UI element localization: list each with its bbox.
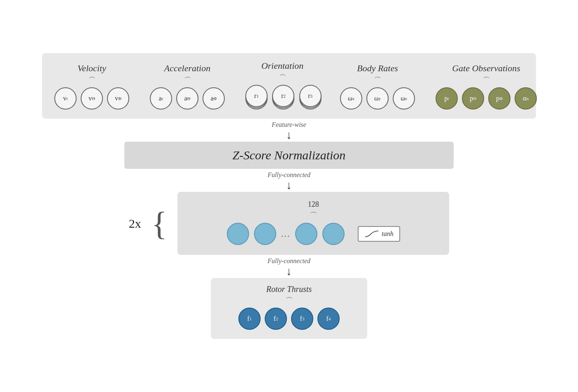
hidden-node-3 [295,223,317,245]
repeat-brace: { [151,207,167,240]
node-omegaz: ωz [393,87,415,110]
feature-group-orientation: Orientation ⏞ r1 r2 [245,61,319,110]
node-omegay: ωy [366,87,389,110]
gateobs-label: Gate Observations [452,63,520,74]
zscore-label: Z-Score Normalization [233,148,346,162]
node-aphi: aΦ [203,87,225,110]
arrow3-down: ↓ [286,266,292,277]
output-nodes: f1 f2 f3 f4 [238,308,340,330]
acceleration-brace: ⏞ [185,78,190,83]
arrow2-down: ↓ [286,180,292,191]
arrow2-label: Fully-connected [268,171,310,179]
node-f2: f2 [265,308,287,330]
output-box: Rotor Thrusts ⏞ f1 f2 f3 f4 [211,278,367,339]
repeat-label: 2x [129,217,141,231]
node-f4: f4 [317,308,340,330]
tanh-label: tanh [382,230,393,238]
hidden-count: 128 [308,200,319,209]
hidden-node-2 [254,223,276,245]
orientation-nodes: r1 r2 r3 [245,85,319,110]
input-box: Velocity ⏞ vr vΘ vΦ Acceleration ⏞ ar aΘ… [42,53,536,119]
node-omegax: ωx [340,87,362,110]
velocity-nodes: vr vΘ vΦ [54,87,129,110]
node-vphi: vΦ [107,87,129,110]
orientation-brace: ⏞ [280,75,285,81]
node-f3: f3 [291,308,313,330]
velocity-brace: ⏞ [89,78,95,83]
gateobs-brace: ⏞ [484,78,489,83]
node-ar: ar [150,87,172,110]
arrow1: Feature-wise ↓ [272,121,306,141]
output-brace: ⏞ [287,298,292,303]
feature-group-bodyrates: Body Rates ⏞ ωx ωy ωz [340,63,415,110]
acceleration-label: Acceleration [164,63,210,74]
hidden-box: 128 ⏞ ... tanh [177,192,449,254]
output-label: Rotor Thrusts [266,285,312,294]
node-pphi: pΦ [488,87,510,110]
bodyrates-brace: ⏞ [375,78,380,83]
hidden-brace: ⏞ [311,213,316,218]
bodyrates-label: Body Rates [357,63,398,74]
node-vr: vr [54,87,77,110]
arrow3: Fully-connected ↓ [268,257,310,277]
hidden-node-1 [227,223,249,245]
acceleration-nodes: ar aΘ aΦ [150,87,225,110]
node-r3: r3 [299,85,322,107]
arrow2: Fully-connected ↓ [268,171,310,191]
arrow3-label: Fully-connected [268,257,310,265]
node-pr: pr [436,87,458,110]
bodyrates-nodes: ωx ωy ωz [340,87,415,110]
hidden-node-4 [322,223,345,245]
feature-group-gateobs: Gate Observations ⏞ pr pΘ pΦ αn [436,63,537,110]
tanh-curve-icon [364,229,379,238]
velocity-label: Velocity [77,63,106,74]
tanh-box: tanh [358,226,400,242]
zscore-box: Z-Score Normalization [124,142,454,169]
arrow1-label: Feature-wise [272,121,306,128]
orientation-label: Orientation [261,61,304,71]
node-vtheta: vΘ [81,87,103,110]
node-atheta: aΘ [176,87,198,110]
node-ptheta: pΘ [462,87,484,110]
hidden-layer-container: 2x { 128 ⏞ ... tanh [129,192,449,254]
hidden-nodes-row: ... tanh [227,223,400,245]
node-f1: f1 [238,308,261,330]
arrow1-down: ↓ [286,129,292,141]
node-alpha: αn [515,87,537,110]
feature-group-velocity: Velocity ⏞ vr vΘ vΦ [54,63,129,110]
feature-group-acceleration: Acceleration ⏞ ar aΘ aΦ [150,63,225,110]
gateobs-nodes: pr pΘ pΦ αn [436,87,537,110]
neural-network-diagram: Velocity ⏞ vr vΘ vΦ Acceleration ⏞ ar aΘ… [42,53,536,339]
hidden-dots: ... [281,229,291,239]
